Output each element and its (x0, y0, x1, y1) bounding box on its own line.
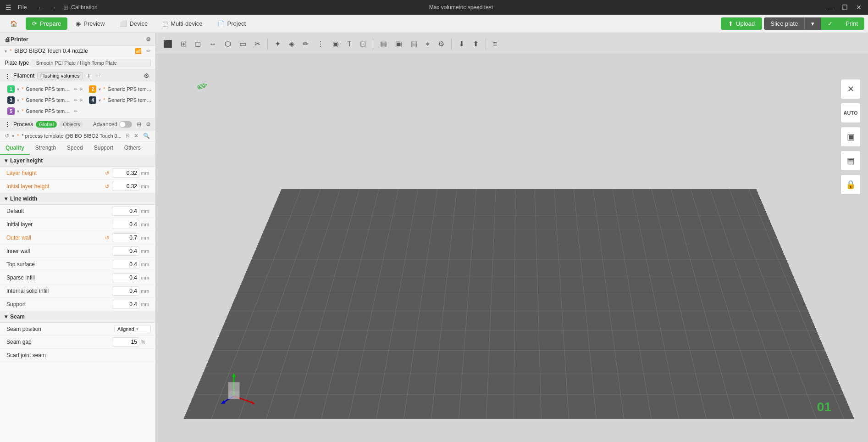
process-close-button[interactable]: ✕ (133, 133, 139, 139)
upload-button[interactable]: ⬆ Upload (721, 17, 762, 30)
process-grid-icon[interactable]: ⊞ (137, 121, 141, 128)
close-button[interactable]: ✕ (853, 3, 864, 12)
process-refresh-icon[interactable]: ↺ (5, 133, 9, 139)
vt-arrange-btn[interactable]: ✦ (272, 38, 283, 50)
vt-orient-btn[interactable]: ⬡ (222, 38, 234, 50)
edit-pencil-icon[interactable]: ✏ (195, 78, 210, 95)
line-width-collapse-icon[interactable]: ▾ (5, 196, 7, 202)
tab-quality[interactable]: Quality (0, 142, 30, 155)
vt-text-btn[interactable]: T (344, 38, 354, 50)
process-settings-icon[interactable]: ⚙ (146, 121, 151, 128)
maximize-button[interactable]: ❐ (839, 3, 851, 12)
process-search-button[interactable]: 🔍 (142, 133, 151, 139)
initial-layer-height-reset-icon[interactable]: ↺ (105, 184, 109, 190)
vt-grid-btn[interactable]: ⊞ (178, 38, 189, 50)
line-width-initial-input[interactable] (112, 220, 139, 229)
line-width-default-label: Default (6, 208, 112, 214)
filament-edit-5[interactable]: ✏ (74, 109, 77, 114)
slice-dropdown-button[interactable]: ▾ (804, 17, 821, 30)
side-lock-btn[interactable]: 🔒 (840, 174, 861, 195)
flushing-volumes-button[interactable]: Flushing volumes (37, 72, 83, 79)
viewport-3d[interactable]: ✏ ✕ AUTO ▣ ▤ 🔒 (156, 33, 868, 442)
layer-height-reset-icon[interactable]: ↺ (105, 170, 109, 176)
vt-layer-btn[interactable]: ▦ (377, 38, 390, 50)
filament-copy-3[interactable]: ⎘ (80, 98, 83, 103)
vt-support-btn[interactable]: ⋮ (314, 38, 327, 50)
printer-edit-icon[interactable]: ✏ (146, 48, 151, 54)
back-button[interactable]: ← (36, 3, 45, 12)
seam-gap-input[interactable] (112, 337, 139, 347)
side-layout2-btn[interactable]: ▤ (840, 151, 861, 171)
filament-mod-2: * (103, 86, 105, 92)
advanced-toggle[interactable] (119, 121, 132, 128)
filament-edit-3[interactable]: ✏ (74, 98, 77, 103)
vt-cut-btn[interactable]: ✂ (252, 38, 263, 50)
vt-move-btn[interactable]: ↔ (206, 38, 219, 50)
initial-layer-height-input[interactable] (112, 182, 139, 191)
vt-face-btn[interactable]: ◉ (330, 38, 342, 50)
filament-copy-1[interactable]: ⎘ (80, 87, 83, 92)
seam-position-dropdown[interactable]: Aligned ▾ (114, 325, 151, 333)
vt-import-btn[interactable]: ⬇ (456, 38, 467, 50)
vt-settings2-btn[interactable]: ⚙ (435, 38, 447, 50)
internal-solid-input[interactable] (112, 286, 139, 296)
group-collapse-icon[interactable]: ▾ (5, 157, 7, 164)
vt-slice-btn[interactable]: ▣ (393, 38, 405, 50)
vt-extra-btn[interactable]: ≡ (490, 38, 500, 50)
project-nav-tab[interactable]: 📄 Project (211, 17, 252, 30)
side-close-btn[interactable]: ✕ (840, 79, 861, 99)
home-nav-tab[interactable]: 🏠 (4, 17, 24, 30)
objects-badge[interactable]: Objects (60, 121, 83, 128)
forward-button[interactable]: → (48, 3, 58, 12)
vt-select-btn[interactable]: ◻ (192, 38, 204, 50)
printer-gear-icon[interactable]: ⚙ (146, 36, 151, 43)
side-layout1-btn[interactable]: ▣ (840, 127, 861, 147)
support-input[interactable] (112, 300, 139, 309)
global-badge[interactable]: Global (36, 121, 57, 128)
line-width-inner-wall-row: Inner wall mm (0, 245, 155, 258)
sparse-infill-input[interactable] (112, 273, 139, 282)
device-nav-tab[interactable]: ⬜ Device (113, 17, 155, 30)
outer-wall-reset-icon[interactable]: ↺ (105, 235, 109, 241)
vt-cube-btn[interactable]: ⬛ (160, 38, 175, 50)
tab-strength[interactable]: Strength (30, 142, 61, 155)
printer-expand-icon[interactable]: ▾ (5, 49, 7, 54)
internal-solid-unit: mm (141, 288, 151, 294)
vt-export-btn[interactable]: ⬆ (470, 38, 481, 50)
slice-plate-button[interactable]: Slice plate (764, 17, 804, 30)
top-surface-input[interactable] (112, 260, 139, 269)
plate-type-value[interactable]: Smooth PEI Plate / High Temp Plate (32, 59, 151, 67)
prepare-nav-tab[interactable]: ⟳ Prepare (26, 17, 67, 30)
multidevice-nav-tab[interactable]: ⬚ Multi-device (156, 17, 209, 30)
seam-collapse-icon[interactable]: ▾ (5, 313, 7, 320)
filament-item-2: 2 ▾ * Generic PPS temp... ✏ ⎘ (86, 84, 156, 94)
inner-wall-input[interactable] (112, 246, 139, 256)
filament-edit-1[interactable]: ✏ (74, 87, 77, 92)
tab-speed[interactable]: Speed (61, 142, 88, 155)
filament-gear-icon[interactable]: ⚙ (142, 72, 151, 79)
print-check-button[interactable]: ✓ (821, 17, 839, 30)
process-copy-button[interactable]: ⎘ (125, 133, 130, 139)
filament-add-button[interactable]: + (86, 72, 92, 79)
side-auto-btn[interactable]: AUTO (840, 103, 861, 123)
vt-flatten-btn[interactable]: ▭ (237, 38, 249, 50)
file-menu-item[interactable]: File (14, 3, 30, 12)
filament-remove-button[interactable]: − (95, 72, 101, 79)
vt-fill-btn[interactable]: ◈ (286, 38, 297, 50)
tab-support[interactable]: Support (88, 142, 119, 155)
vt-fdm-btn[interactable]: ⊡ (357, 38, 369, 50)
vt-preview2-btn[interactable]: ▤ (408, 38, 420, 50)
printer-modified-dot: * (10, 48, 11, 54)
hamburger-icon[interactable]: ☰ (4, 3, 13, 12)
minimize-button[interactable]: — (824, 3, 836, 12)
seam-position-label: Seam position (6, 326, 114, 332)
print-button[interactable]: Print (839, 17, 864, 30)
vt-paint-btn[interactable]: ✏ (300, 38, 311, 50)
line-width-initial-unit: mm (141, 222, 151, 227)
outer-wall-input[interactable] (112, 233, 139, 242)
layer-height-input[interactable] (112, 168, 139, 178)
tab-others[interactable]: Others (119, 142, 146, 155)
vt-measure-btn[interactable]: ⌖ (423, 38, 432, 50)
line-width-default-input[interactable] (112, 207, 139, 216)
preview-nav-tab[interactable]: ◉ Preview (69, 17, 111, 30)
